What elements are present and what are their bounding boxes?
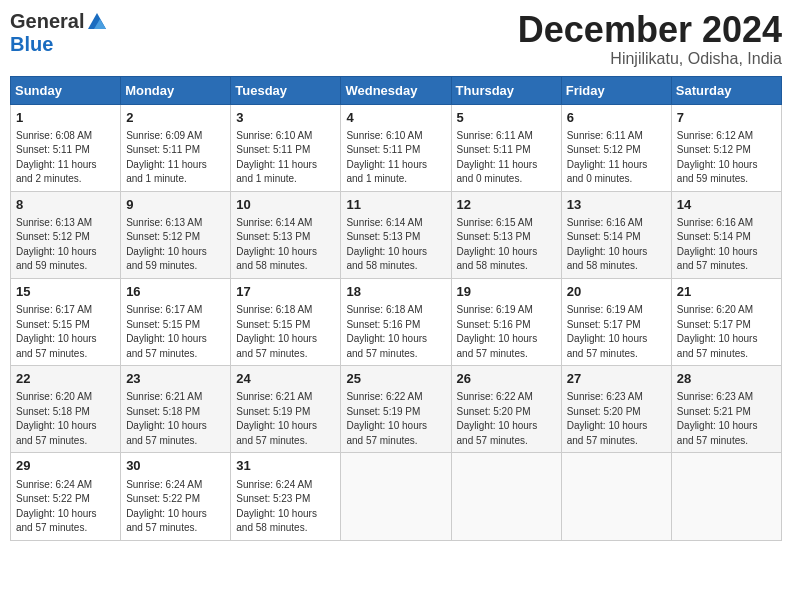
table-row: 30Sunrise: 6:24 AMSunset: 5:22 PMDayligh… (121, 453, 231, 540)
table-row: 18Sunrise: 6:18 AMSunset: 5:16 PMDayligh… (341, 278, 451, 365)
table-row: 9Sunrise: 6:13 AMSunset: 5:12 PMDaylight… (121, 191, 231, 278)
logo: General Blue (10, 10, 108, 56)
table-row: 17Sunrise: 6:18 AMSunset: 5:15 PMDayligh… (231, 278, 341, 365)
table-row: 13Sunrise: 6:16 AMSunset: 5:14 PMDayligh… (561, 191, 671, 278)
page-header: General Blue December 2024 Hinjilikatu, … (10, 10, 782, 68)
table-row: 5Sunrise: 6:11 AMSunset: 5:11 PMDaylight… (451, 104, 561, 191)
table-row: 23Sunrise: 6:21 AMSunset: 5:18 PMDayligh… (121, 366, 231, 453)
table-row: 27Sunrise: 6:23 AMSunset: 5:20 PMDayligh… (561, 366, 671, 453)
table-row: 12Sunrise: 6:15 AMSunset: 5:13 PMDayligh… (451, 191, 561, 278)
table-row (451, 453, 561, 540)
header-saturday: Saturday (671, 76, 781, 104)
table-row: 24Sunrise: 6:21 AMSunset: 5:19 PMDayligh… (231, 366, 341, 453)
header-sunday: Sunday (11, 76, 121, 104)
table-row: 28Sunrise: 6:23 AMSunset: 5:21 PMDayligh… (671, 366, 781, 453)
table-row: 15Sunrise: 6:17 AMSunset: 5:15 PMDayligh… (11, 278, 121, 365)
logo-general-text: General (10, 10, 84, 33)
header-tuesday: Tuesday (231, 76, 341, 104)
table-row: 22Sunrise: 6:20 AMSunset: 5:18 PMDayligh… (11, 366, 121, 453)
table-row: 21Sunrise: 6:20 AMSunset: 5:17 PMDayligh… (671, 278, 781, 365)
title-block: December 2024 Hinjilikatu, Odisha, India (518, 10, 782, 68)
table-row: 2Sunrise: 6:09 AMSunset: 5:11 PMDaylight… (121, 104, 231, 191)
table-row: 25Sunrise: 6:22 AMSunset: 5:19 PMDayligh… (341, 366, 451, 453)
table-row: 16Sunrise: 6:17 AMSunset: 5:15 PMDayligh… (121, 278, 231, 365)
table-row: 20Sunrise: 6:19 AMSunset: 5:17 PMDayligh… (561, 278, 671, 365)
table-row: 26Sunrise: 6:22 AMSunset: 5:20 PMDayligh… (451, 366, 561, 453)
table-row: 4Sunrise: 6:10 AMSunset: 5:11 PMDaylight… (341, 104, 451, 191)
logo-icon (86, 11, 108, 33)
logo-blue-text: Blue (10, 33, 53, 56)
table-row: 14Sunrise: 6:16 AMSunset: 5:14 PMDayligh… (671, 191, 781, 278)
table-row: 29Sunrise: 6:24 AMSunset: 5:22 PMDayligh… (11, 453, 121, 540)
table-row: 7Sunrise: 6:12 AMSunset: 5:12 PMDaylight… (671, 104, 781, 191)
header-monday: Monday (121, 76, 231, 104)
table-row: 6Sunrise: 6:11 AMSunset: 5:12 PMDaylight… (561, 104, 671, 191)
table-row: 31Sunrise: 6:24 AMSunset: 5:23 PMDayligh… (231, 453, 341, 540)
location: Hinjilikatu, Odisha, India (518, 50, 782, 68)
header-thursday: Thursday (451, 76, 561, 104)
header-wednesday: Wednesday (341, 76, 451, 104)
calendar-header-row: Sunday Monday Tuesday Wednesday Thursday… (11, 76, 782, 104)
header-friday: Friday (561, 76, 671, 104)
month-title: December 2024 (518, 10, 782, 50)
table-row: 19Sunrise: 6:19 AMSunset: 5:16 PMDayligh… (451, 278, 561, 365)
table-row (671, 453, 781, 540)
table-row: 1Sunrise: 6:08 AMSunset: 5:11 PMDaylight… (11, 104, 121, 191)
table-row: 8Sunrise: 6:13 AMSunset: 5:12 PMDaylight… (11, 191, 121, 278)
table-row: 11Sunrise: 6:14 AMSunset: 5:13 PMDayligh… (341, 191, 451, 278)
calendar-table: Sunday Monday Tuesday Wednesday Thursday… (10, 76, 782, 541)
table-row: 3Sunrise: 6:10 AMSunset: 5:11 PMDaylight… (231, 104, 341, 191)
table-row: 10Sunrise: 6:14 AMSunset: 5:13 PMDayligh… (231, 191, 341, 278)
table-row (561, 453, 671, 540)
table-row (341, 453, 451, 540)
